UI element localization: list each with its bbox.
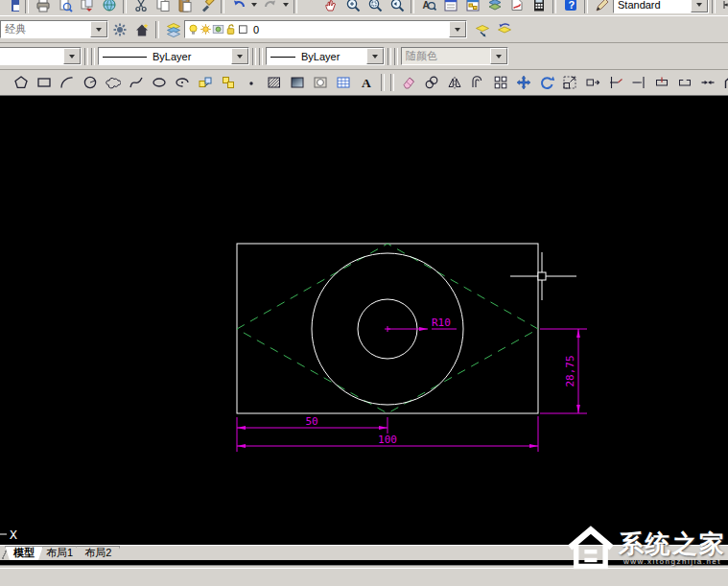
redo-icon[interactable] — [259, 0, 281, 15]
tab-model[interactable]: 模型 — [5, 546, 43, 560]
erase-icon[interactable] — [397, 71, 420, 94]
workspace-dropdown-arrow[interactable] — [90, 21, 107, 37]
layer-swatch-icon[interactable] — [237, 20, 249, 38]
cut-icon[interactable] — [129, 0, 152, 15]
plotstyle-dropdown-arrow — [490, 48, 507, 64]
layer-lock-icon[interactable] — [224, 20, 237, 38]
arc-icon[interactable] — [56, 71, 79, 94]
break-at-point-icon[interactable] — [650, 71, 673, 94]
mtext-icon[interactable]: A — [355, 71, 378, 94]
tab-layout1[interactable]: 布局1 — [37, 546, 82, 560]
lineweight-combo[interactable]: ByLayer — [266, 47, 385, 65]
model-space-canvas[interactable]: R105010028,75X — [0, 96, 728, 545]
workspace-house-icon[interactable] — [130, 19, 153, 40]
insert-block-icon[interactable] — [194, 71, 217, 94]
break-icon[interactable] — [673, 71, 696, 94]
linetype-combo[interactable]: ByLayer — [98, 47, 249, 65]
text-style-combo[interactable]: Standard — [613, 0, 709, 13]
make-layer-current-icon[interactable] — [471, 19, 493, 40]
dropdown-caret[interactable] — [281, 0, 291, 15]
array-icon[interactable] — [489, 71, 512, 94]
layer-bulb-icon[interactable] — [187, 20, 200, 38]
stretch-icon[interactable] — [581, 71, 604, 94]
zoom-realtime-icon[interactable] — [341, 0, 364, 15]
ellipse-arc-icon[interactable] — [171, 71, 194, 94]
dim-50-text[interactable]: 50 — [305, 415, 317, 428]
mirror-icon[interactable] — [443, 71, 466, 94]
dim-style-icon[interactable] — [718, 0, 728, 15]
toolbar-separator — [390, 74, 394, 91]
publish-icon[interactable] — [76, 0, 98, 15]
help-icon[interactable]: ? — [559, 0, 581, 15]
workspace-gear-icon[interactable] — [108, 19, 130, 40]
layer-dropdown-arrow[interactable] — [449, 21, 466, 37]
copy-icon[interactable] — [152, 0, 174, 15]
standard-toolbar: A? Standard 1 — [0, 0, 728, 16]
sheetset-manager-icon[interactable] — [505, 0, 528, 15]
revcloud-icon[interactable] — [102, 71, 125, 94]
hatch-icon[interactable] — [263, 71, 286, 94]
ellipse-icon[interactable] — [148, 71, 171, 94]
watermark-house-icon — [565, 525, 619, 573]
printer-icon[interactable] — [32, 0, 54, 15]
properties-icon[interactable] — [439, 0, 461, 15]
undo-icon[interactable] — [227, 0, 249, 15]
match-properties-icon[interactable] — [196, 0, 218, 15]
linetype-dropdown-arrow[interactable] — [231, 48, 248, 64]
extend-icon[interactable] — [627, 71, 650, 94]
chamfer-icon[interactable] — [719, 71, 728, 94]
layer-combo[interactable]: 0 — [184, 20, 467, 38]
layers-manager-icon[interactable] — [162, 19, 184, 40]
join-icon[interactable] — [696, 71, 719, 94]
polygon-icon[interactable] — [10, 71, 33, 94]
text-style-dropdown-arrow[interactable] — [691, 0, 708, 12]
workspace-value: 经典 — [1, 22, 90, 36]
toolbar-separator — [294, 0, 297, 13]
dropdown-caret[interactable] — [249, 0, 259, 15]
region-icon[interactable] — [309, 71, 332, 94]
dim-height-text[interactable]: 28,75 — [564, 355, 576, 387]
circle-icon[interactable] — [79, 71, 102, 94]
trim-icon[interactable] — [604, 71, 627, 94]
scale-icon[interactable] — [558, 71, 581, 94]
copy-object-icon[interactable] — [420, 71, 443, 94]
paste-icon[interactable] — [174, 0, 196, 15]
zoom-window-icon[interactable] — [364, 0, 386, 15]
layer-name-value: 0 — [249, 24, 449, 35]
dim-100-text[interactable]: 100 — [378, 434, 397, 446]
point-icon[interactable] — [240, 71, 263, 94]
layer-vp-sun-icon[interactable] — [212, 20, 224, 38]
move-icon[interactable] — [512, 71, 535, 94]
designcenter-icon[interactable] — [461, 0, 483, 15]
pan-icon[interactable] — [319, 0, 341, 15]
layer-sun-icon[interactable] — [200, 20, 212, 38]
table-icon[interactable] — [332, 71, 355, 94]
gradient-icon[interactable] — [286, 71, 309, 94]
offset-icon[interactable] — [466, 71, 489, 94]
crosshair-pickbox — [538, 272, 546, 280]
spline-icon[interactable] — [125, 71, 148, 94]
tab-layout2[interactable]: 布局2 — [76, 546, 120, 560]
quickcalc-icon[interactable] — [528, 0, 550, 15]
find-text-icon[interactable]: A — [417, 0, 439, 15]
tool-palettes-icon[interactable] — [483, 0, 505, 15]
color-dropdown-arrow[interactable] — [63, 48, 81, 64]
save-icon[interactable] — [0, 0, 22, 15]
make-block-icon[interactable] — [217, 71, 240, 94]
lineweight-dropdown-arrow[interactable] — [366, 48, 384, 64]
workspace-combo[interactable]: 经典 — [0, 20, 108, 38]
print-preview-icon[interactable] — [54, 0, 76, 15]
rectangle-icon[interactable] — [33, 71, 56, 94]
partial-arc-icon[interactable] — [0, 71, 10, 94]
toolbar-separator — [381, 74, 385, 91]
watermark-subtitle: www.xitongzhijia.net — [619, 558, 726, 566]
color-control-combo[interactable]: ByLayer — [0, 47, 82, 65]
rotate-icon[interactable] — [535, 71, 558, 94]
autocad-window: A? Standard 1 经典 0 ByLayer ByLayer — [0, 0, 728, 586]
web-icon[interactable] — [98, 0, 120, 15]
drawing: R105010028,75X — [0, 96, 728, 545]
zoom-previous-icon[interactable] — [386, 0, 408, 15]
style-pencil-icon[interactable] — [591, 0, 613, 15]
layer-previous-icon[interactable] — [493, 19, 515, 40]
radius-dim-text[interactable]: R10 — [432, 316, 451, 329]
